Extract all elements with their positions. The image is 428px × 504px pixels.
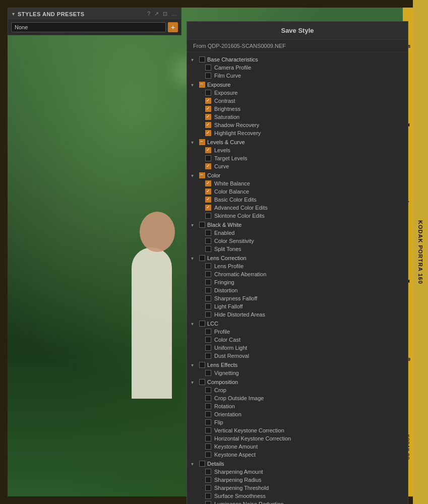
styles-dropdown[interactable]: None: [11, 22, 166, 32]
tree-item[interactable]: Keystone Aspect: [205, 451, 404, 459]
tree-header-lens_correction[interactable]: ▾Lens Correction: [191, 254, 404, 262]
section-checkbox-black_white[interactable]: [199, 222, 205, 228]
tree-item[interactable]: Basic Color Edits: [205, 196, 404, 204]
tree-item[interactable]: Sharpening Amount: [205, 468, 404, 476]
tree-item[interactable]: Dust Removal: [205, 352, 404, 360]
item-checkbox[interactable]: [205, 238, 211, 244]
item-checkbox[interactable]: [205, 395, 211, 401]
tree-header-lens_effects[interactable]: ▾Lens Effects: [191, 361, 404, 369]
grid-icon[interactable]: ⊡: [163, 11, 167, 17]
tree-item[interactable]: Levels: [205, 146, 404, 154]
item-checkbox[interactable]: [205, 271, 211, 277]
item-checkbox[interactable]: [205, 295, 211, 301]
item-checkbox[interactable]: [205, 287, 211, 293]
section-checkbox-composition[interactable]: [199, 379, 205, 385]
tree-item[interactable]: Sharpening Threshold: [205, 484, 404, 492]
section-checkbox-lcc[interactable]: [199, 321, 205, 327]
tree-item[interactable]: Brightness: [205, 105, 404, 113]
tree-item[interactable]: Chromatic Aberration: [205, 270, 404, 278]
item-checkbox[interactable]: [205, 213, 211, 219]
item-checkbox[interactable]: [205, 501, 211, 504]
styles-add-button[interactable]: +: [168, 22, 178, 32]
item-checkbox[interactable]: [205, 303, 211, 309]
tree-item[interactable]: Advanced Color Edits: [205, 204, 404, 212]
item-checkbox[interactable]: [205, 73, 211, 79]
styles-panel-chevron[interactable]: ▾: [12, 11, 15, 17]
tree-header-color[interactable]: ▾Color: [191, 171, 404, 179]
tree-header-details[interactable]: ▾Details: [191, 460, 404, 468]
item-checkbox[interactable]: [205, 65, 211, 71]
tree-item[interactable]: Target Levels: [205, 154, 404, 162]
item-checkbox[interactable]: [205, 246, 211, 252]
tree-item[interactable]: White Balance: [205, 179, 404, 187]
tree-item[interactable]: Skintone Color Edits: [205, 212, 404, 220]
item-checkbox[interactable]: [205, 311, 211, 318]
item-checkbox[interactable]: [205, 444, 211, 450]
tree-item[interactable]: Curve: [205, 162, 404, 170]
item-checkbox[interactable]: [205, 329, 211, 335]
tree-item[interactable]: Crop Outside Image: [205, 394, 404, 402]
section-checkbox-lens_effects[interactable]: [199, 362, 205, 368]
tree-item[interactable]: Luminance Noise Reduction: [205, 500, 404, 504]
item-checkbox[interactable]: [205, 98, 211, 104]
section-checkbox-details[interactable]: [199, 461, 205, 467]
item-checkbox[interactable]: [205, 205, 211, 211]
item-checkbox[interactable]: [205, 419, 211, 425]
item-checkbox[interactable]: [205, 370, 211, 376]
tree-header-lcc[interactable]: ▾LCC: [191, 320, 404, 328]
tree-item[interactable]: Split Tones: [205, 245, 404, 253]
tree-item[interactable]: Camera Profile: [205, 64, 404, 72]
more-icon[interactable]: …: [171, 11, 177, 17]
tree-item[interactable]: Shadow Recovery: [205, 121, 404, 129]
tree-item[interactable]: Contrast: [205, 97, 404, 105]
tree-item[interactable]: Crop: [205, 386, 404, 394]
item-checkbox[interactable]: [205, 106, 211, 112]
tree-header-base_characteristics[interactable]: ▾Base Characteristics: [191, 55, 404, 64]
tree-header-black_white[interactable]: ▾Black & White: [191, 221, 404, 229]
tree-item[interactable]: Profile: [205, 328, 404, 336]
item-checkbox[interactable]: [205, 477, 211, 483]
item-checkbox[interactable]: [205, 485, 211, 491]
item-checkbox[interactable]: [205, 403, 211, 409]
item-checkbox[interactable]: [205, 353, 211, 359]
tree-item[interactable]: Sharpness Falloff: [205, 294, 404, 302]
section-checkbox-exposure[interactable]: [199, 82, 205, 88]
tree-item[interactable]: Keystone Amount: [205, 443, 404, 451]
item-checkbox[interactable]: [205, 163, 211, 169]
item-checkbox[interactable]: [205, 155, 211, 161]
help-icon[interactable]: ?: [147, 11, 150, 17]
tree-item[interactable]: Uniform Light: [205, 344, 404, 352]
tree-item[interactable]: Film Curve: [205, 72, 404, 80]
item-checkbox[interactable]: [205, 188, 211, 195]
export-icon[interactable]: ↗: [154, 11, 159, 17]
tree-item[interactable]: Hide Distorted Areas: [205, 310, 404, 319]
item-checkbox[interactable]: [205, 493, 211, 499]
tree-item[interactable]: Lens Profile: [205, 262, 404, 270]
tree-item[interactable]: Vignetting: [205, 369, 404, 377]
tree-item[interactable]: Enabled: [205, 229, 404, 237]
tree-header-levels_curve[interactable]: ▾Levels & Curve: [191, 138, 404, 146]
tree-header-exposure[interactable]: ▾Exposure: [191, 81, 404, 89]
tree-item[interactable]: Light Falloff: [205, 302, 404, 310]
item-checkbox[interactable]: [205, 180, 211, 186]
section-checkbox-color[interactable]: [199, 172, 205, 178]
tree-header-composition[interactable]: ▾Composition: [191, 378, 404, 386]
item-checkbox[interactable]: [205, 130, 211, 136]
tree-item[interactable]: Horizontal Keystone Correction: [205, 434, 404, 443]
item-checkbox[interactable]: [205, 387, 211, 393]
tree-item[interactable]: Color Balance: [205, 187, 404, 196]
tree-item[interactable]: Flip: [205, 418, 404, 426]
tree-item[interactable]: Color Cast: [205, 336, 404, 344]
tree-item[interactable]: Saturation: [205, 113, 404, 121]
item-checkbox[interactable]: [205, 279, 211, 285]
item-checkbox[interactable]: [205, 90, 211, 96]
item-checkbox[interactable]: [205, 263, 211, 269]
tree-item[interactable]: Highlight Recovery: [205, 129, 404, 137]
tree-item[interactable]: Vertical Keystone Correction: [205, 426, 404, 434]
tree-item[interactable]: Rotation: [205, 402, 404, 410]
item-checkbox[interactable]: [205, 114, 211, 120]
item-checkbox[interactable]: [205, 230, 211, 236]
item-checkbox[interactable]: [205, 345, 211, 351]
item-checkbox[interactable]: [205, 452, 211, 458]
item-checkbox[interactable]: [205, 411, 211, 417]
